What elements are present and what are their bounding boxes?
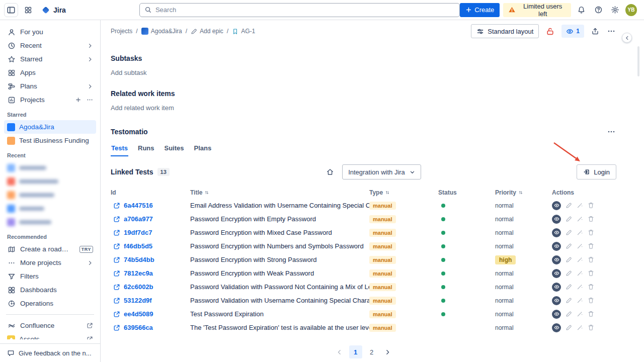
test-id-link[interactable]: a706a977 [124,215,153,223]
add-related-work-item-button[interactable]: Add related work item [111,104,174,112]
external-link-icon[interactable] [113,270,120,277]
view-test-button[interactable] [552,255,561,264]
redacted-recent-item[interactable] [4,202,96,215]
breadcrumb-projects[interactable]: Projects [111,28,132,35]
magic-wand-icon[interactable] [577,256,583,263]
external-link-icon[interactable] [113,324,120,331]
view-test-button[interactable] [552,296,561,305]
sidebar-item-starred[interactable]: Starred [4,52,96,66]
page-button-2[interactable]: 2 [365,345,378,358]
integration-dropdown[interactable]: Integration with Jira [342,164,421,179]
magic-wand-icon[interactable] [577,297,583,304]
magic-wand-icon[interactable] [577,202,583,209]
scrollbar-thumb[interactable] [637,46,639,76]
sidebar-item-projects[interactable]: Projects [4,93,96,107]
magic-wand-icon[interactable] [577,243,583,249]
external-link-icon[interactable] [113,229,120,236]
tab-runs[interactable]: Runs [137,144,155,156]
external-link-icon[interactable] [113,311,120,318]
layout-selector-button[interactable]: Standard layout [471,24,539,38]
magic-wand-icon[interactable] [577,324,583,331]
test-id-link[interactable]: 62c6002b [124,283,153,291]
delete-icon[interactable] [588,270,594,277]
delete-icon[interactable] [588,324,594,331]
view-test-button[interactable] [552,242,561,251]
sidebar-item-filters[interactable]: Filters [4,269,96,283]
delete-icon[interactable] [588,311,594,317]
breadcrumb-issue-key[interactable]: AG-1 [232,28,255,35]
sidebar-item-recent[interactable]: Recent [4,39,96,52]
test-id-link[interactable]: 7812ec9a [124,269,153,277]
view-test-button[interactable] [552,215,561,224]
magic-wand-icon[interactable] [577,229,583,236]
view-test-button[interactable] [552,310,561,319]
search-input[interactable] [155,6,455,14]
edit-icon[interactable] [566,216,572,222]
jira-logo[interactable]: Jira [41,6,66,15]
create-button[interactable]: Create [460,3,500,17]
column-header-title[interactable]: Title [190,189,369,196]
test-id-link[interactable]: ee4d5089 [124,310,153,318]
add-subtask-button[interactable]: Add subtask [111,69,147,76]
column-header-type[interactable]: Type [369,189,438,196]
sidebar-item-dashboards[interactable]: Dashboards [4,283,96,297]
sidebar-project-agoda-jira[interactable]: Agoda&Jira [4,120,96,134]
test-id-link[interactable]: 6a447516 [124,202,153,209]
sidebar-item-operations[interactable]: Operations [4,297,96,310]
edit-icon[interactable] [566,297,572,304]
breadcrumb-add-epic[interactable]: Add epic [191,28,223,35]
delete-icon[interactable] [588,256,594,263]
limited-users-button[interactable]: Limited users left [503,3,571,17]
sidebar-project-test-ibusiness[interactable]: Test iBusiness Funding [4,134,96,147]
tab-tests[interactable]: Tests [111,144,128,156]
external-link-icon[interactable] [113,202,120,209]
add-project-button[interactable] [75,97,82,103]
redacted-recent-item[interactable] [4,174,96,188]
sidebar-item-confluence[interactable]: Confluence [4,319,96,332]
page-button-1[interactable]: 1 [349,345,362,358]
testomatio-more-button[interactable] [606,127,616,137]
view-test-button[interactable] [552,323,561,332]
delete-icon[interactable] [588,229,594,236]
sidebar-item-assets[interactable]: Assets [4,332,96,339]
external-link-icon[interactable] [113,216,120,223]
external-link-icon[interactable] [113,297,120,304]
sidebar-toggle-button[interactable] [4,3,18,17]
delete-icon[interactable] [588,284,594,290]
test-id-link[interactable]: 74b5d4bb [124,256,154,263]
projects-more-button[interactable] [87,97,93,103]
tab-suites[interactable]: Suites [164,144,185,156]
test-id-link[interactable]: 639566ca [124,324,153,331]
notifications-button[interactable] [575,3,588,17]
settings-button[interactable] [608,3,622,17]
more-actions-button[interactable] [606,26,616,36]
test-id-link[interactable]: 53122d9f [124,297,152,304]
home-button[interactable] [325,167,335,177]
avatar[interactable]: YB [625,4,637,16]
magic-wand-icon[interactable] [577,284,583,290]
help-button[interactable] [592,3,605,17]
previous-page-button[interactable] [333,345,346,358]
view-test-button[interactable] [552,201,561,210]
view-test-button[interactable] [552,269,561,278]
edit-icon[interactable] [566,311,572,317]
sidebar-item-create-roadmap[interactable]: Create a roadmap TRY [4,242,96,256]
delete-icon[interactable] [588,216,594,222]
login-button[interactable]: Login [577,164,616,179]
edit-icon[interactable] [566,324,572,331]
global-search[interactable] [139,3,460,17]
magic-wand-icon[interactable] [577,216,583,222]
edit-icon[interactable] [566,229,572,236]
sidebar-item-plans[interactable]: Plans [4,79,96,93]
collapse-right-panel-button[interactable] [622,33,632,43]
redacted-recent-item[interactable] [4,188,96,202]
edit-icon[interactable] [566,270,572,277]
delete-icon[interactable] [588,297,594,304]
magic-wand-icon[interactable] [577,311,583,317]
view-test-button[interactable] [552,228,561,237]
edit-icon[interactable] [566,284,572,290]
give-feedback-button[interactable]: Give feedback on the n... [0,343,100,362]
external-link-icon[interactable] [113,243,120,250]
redacted-recent-item[interactable] [4,215,96,229]
app-switcher-button[interactable] [21,3,35,17]
